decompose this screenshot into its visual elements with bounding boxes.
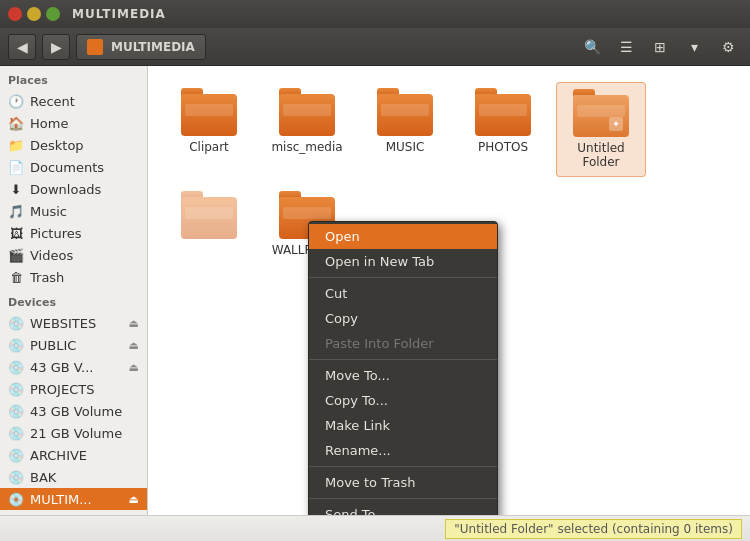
grid-view-button[interactable]: ⊞ — [646, 34, 674, 60]
sidebar-item-label: WEBSITES — [30, 316, 96, 331]
drive-icon: 💿 — [8, 469, 24, 485]
sidebar-item-bak[interactable]: 💿 BAK — [0, 466, 147, 488]
recent-icon: 🕐 — [8, 93, 24, 109]
sidebar-item-label: Pictures — [30, 226, 81, 241]
close-button[interactable] — [8, 7, 22, 21]
sidebar-item-projects[interactable]: 💿 PROJECTS — [0, 378, 147, 400]
sidebar-item-label: Home — [30, 116, 68, 131]
context-menu: Open Open in New Tab Cut Copy Paste Into… — [308, 221, 498, 515]
breadcrumb-label: MULTIMEDIA — [111, 40, 195, 54]
sidebar-item-recent[interactable]: 🕐 Recent — [0, 90, 147, 112]
drive-icon: 💿 — [8, 381, 24, 397]
ctx-open-new-tab[interactable]: Open in New Tab — [309, 249, 497, 274]
sidebar-item-public[interactable]: 💿 PUBLIC ⏏ — [0, 334, 147, 356]
eject-icon[interactable]: ⏏ — [129, 361, 139, 374]
statusbar-status: "Untitled Folder" selected (containing 0… — [445, 519, 742, 539]
list-view-button[interactable]: ☰ — [612, 34, 640, 60]
ctx-copy[interactable]: Copy — [309, 306, 497, 331]
sidebar-item-pictures[interactable]: 🖼 Pictures — [0, 222, 147, 244]
sidebar-item-label: PROJECTS — [30, 382, 94, 397]
downloads-icon: ⬇ — [8, 181, 24, 197]
ctx-paste-into-folder: Paste Into Folder — [309, 331, 497, 356]
sidebar-item-music[interactable]: 🎵 Music — [0, 200, 147, 222]
ctx-send-to[interactable]: Send To... — [309, 502, 497, 515]
sidebar-item-archive[interactable]: 💿 ARCHIVE — [0, 444, 147, 466]
trash-icon: 🗑 — [8, 269, 24, 285]
folder-icon — [377, 88, 433, 136]
file-item-clipart[interactable]: Clipart — [164, 82, 254, 177]
maximize-button[interactable] — [46, 7, 60, 21]
sidebar-item-documents[interactable]: 📄 Documents — [0, 156, 147, 178]
search-button[interactable]: 🔍 — [578, 34, 606, 60]
ctx-separator-3 — [309, 466, 497, 467]
file-item-blank2[interactable] — [164, 185, 254, 263]
ctx-rename[interactable]: Rename... — [309, 438, 497, 463]
ctx-make-link[interactable]: Make Link — [309, 413, 497, 438]
sidebar-item-label: BAK — [30, 470, 56, 485]
home-icon: 🏠 — [8, 115, 24, 131]
sidebar-item-label: 21 GB Volume — [30, 426, 122, 441]
ctx-cut[interactable]: Cut — [309, 281, 497, 306]
sidebar-item-downloads[interactable]: ⬇ Downloads — [0, 178, 147, 200]
devices-section-title: Devices — [0, 288, 147, 312]
sidebar-item-multimedia[interactable]: 💿 MULTIM... ⏏ — [0, 488, 147, 510]
sidebar-item-label: ARCHIVE — [30, 448, 87, 463]
sidebar-item-21gb-volume[interactable]: 💿 21 GB Volume — [0, 422, 147, 444]
documents-icon: 📄 — [8, 159, 24, 175]
drive-icon: 💿 — [8, 425, 24, 441]
pictures-icon: 🖼 — [8, 225, 24, 241]
file-label: Untitled Folder — [561, 141, 641, 170]
forward-button[interactable]: ▶ — [42, 34, 70, 60]
eject-icon[interactable]: ⏏ — [129, 317, 139, 330]
breadcrumb-folder-icon — [87, 39, 103, 55]
sort-dropdown-button[interactable]: ▾ — [680, 34, 708, 60]
sidebar-item-label: Downloads — [30, 182, 101, 197]
ctx-separator-1 — [309, 277, 497, 278]
window-title: MULTIMEDIA — [72, 7, 166, 21]
folder-icon — [279, 88, 335, 136]
minimize-button[interactable] — [27, 7, 41, 21]
file-label: Clipart — [189, 140, 229, 154]
ctx-separator-4 — [309, 498, 497, 499]
breadcrumb[interactable]: MULTIMEDIA — [76, 34, 206, 60]
sidebar-item-trash[interactable]: 🗑 Trash — [0, 266, 147, 288]
file-item-untitled-folder[interactable]: ✦ Untitled Folder — [556, 82, 646, 177]
file-item-music[interactable]: MUSIC — [360, 82, 450, 177]
sidebar-item-desktop[interactable]: 📁 Desktop — [0, 134, 147, 156]
sidebar-item-videos[interactable]: 🎬 Videos — [0, 244, 147, 266]
back-button[interactable]: ◀ — [8, 34, 36, 60]
sidebar-item-websites[interactable]: 💿 WEBSITES ⏏ — [0, 312, 147, 334]
sidebar-item-label: 43 GB Volume — [30, 404, 122, 419]
settings-button[interactable]: ⚙ — [714, 34, 742, 60]
sidebar-item-label: Desktop — [30, 138, 84, 153]
file-item-misc-media[interactable]: misc_media — [262, 82, 352, 177]
sidebar-item-43gb-volume[interactable]: 💿 43 GB Volume — [0, 400, 147, 422]
sidebar-item-home[interactable]: 🏠 Home — [0, 112, 147, 134]
ctx-move-to-trash[interactable]: Move to Trash — [309, 470, 497, 495]
drive-icon: 💿 — [8, 315, 24, 331]
ctx-copy-to[interactable]: Copy To... — [309, 388, 497, 413]
statusbar: "Untitled Folder" selected (containing 0… — [0, 515, 750, 541]
sidebar: Places 🕐 Recent 🏠 Home 📁 Desktop 📄 Docum… — [0, 66, 148, 515]
eject-icon[interactable]: ⏏ — [129, 339, 139, 352]
window-controls — [8, 7, 60, 21]
drive-icon: 💿 — [8, 491, 24, 507]
sidebar-item-label: Recent — [30, 94, 75, 109]
file-content-area: Clipart misc_media MUSIC — [148, 66, 750, 515]
file-item-photos[interactable]: PHOTOS — [458, 82, 548, 177]
sidebar-item-label: Documents — [30, 160, 104, 175]
sidebar-item-43gbv[interactable]: 💿 43 GB V... ⏏ — [0, 356, 147, 378]
sidebar-item-label: MULTIM... — [30, 492, 92, 507]
desktop-icon: 📁 — [8, 137, 24, 153]
ctx-move-to[interactable]: Move To... — [309, 363, 497, 388]
folder-icon — [181, 88, 237, 136]
sidebar-item-label: 43 GB V... — [30, 360, 93, 375]
folder-icon — [475, 88, 531, 136]
ctx-open[interactable]: Open — [309, 224, 497, 249]
file-label: misc_media — [271, 140, 342, 154]
file-label: PHOTOS — [478, 140, 528, 154]
sidebar-item-label: Music — [30, 204, 67, 219]
drive-icon: 💿 — [8, 447, 24, 463]
drive-icon: 💿 — [8, 359, 24, 375]
eject-icon[interactable]: ⏏ — [129, 493, 139, 506]
